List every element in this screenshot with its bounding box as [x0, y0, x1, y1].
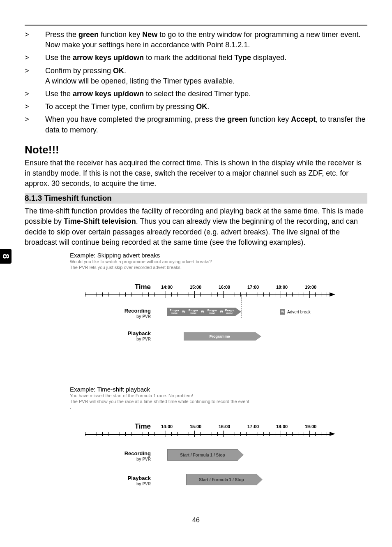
time-1800-b: 18:00 — [276, 424, 288, 429]
step-body: To accept the Timer type, confirm by pre… — [45, 102, 367, 112]
step-1: >Press the green function key New to go … — [25, 30, 367, 50]
note-heading: Note!!! — [25, 144, 367, 156]
instruction-steps: >Press the green function key New to go … — [25, 30, 367, 135]
step-mark: > — [25, 114, 45, 135]
example-1-title: Example: Skipping advert breaks — [70, 252, 367, 259]
time-1400-b: 14:00 — [161, 424, 173, 429]
note-paragraph: Ensure that the receiver has acquired th… — [25, 158, 367, 189]
page-number: 46 — [25, 517, 367, 524]
time-1900-b: 19:00 — [305, 424, 316, 429]
step-mark: > — [25, 102, 45, 112]
label-playback-2: Playback — [85, 475, 151, 481]
seg-playback-formula1: Start / Formula 1 / Stop — [186, 474, 257, 485]
step-2: >Use the arrow keys up/down to mark the … — [25, 53, 367, 63]
example-1-sub1: Would you like to watch a programme with… — [70, 259, 367, 264]
label-by-pvr-1: by PVR — [85, 314, 151, 319]
section-heading-8-1-3: 8.1.3 Timeshift function — [25, 193, 367, 204]
example-1-block: Example: Skipping advert breaks Would yo… — [70, 252, 367, 365]
seg-prog-3: Progra mme — [205, 308, 219, 316]
time-1600-b: 16:00 — [219, 424, 230, 429]
dash-1c — [262, 295, 262, 343]
step-3: >Confirm by pressing OK.A window will be… — [25, 66, 367, 86]
step-4: >Use the arrow keys up/down to select th… — [25, 89, 367, 99]
example-1-sub2: The PVR lets you just skip over recorded… — [70, 264, 367, 270]
page-46: 8 >Press the green function key New to g… — [0, 0, 392, 540]
step-body: When you have completed the programming,… — [45, 114, 367, 135]
step-mark: > — [25, 89, 45, 99]
example-2-dot: . — [70, 404, 367, 410]
label-by-pvr-2: by PVR — [85, 337, 151, 341]
time-1900-a: 19:00 — [305, 285, 316, 290]
bottom-rule — [25, 513, 367, 513]
step-body: Press the green function key New to go t… — [45, 30, 367, 50]
step-body: Confirm by pressing OK.A window will be … — [45, 66, 367, 86]
time-1500-b: 15:00 — [190, 424, 201, 429]
seg-prog-2: Progra mme — [186, 308, 200, 316]
seg-playback-programme: Programme — [184, 332, 256, 341]
step-6: >When you have completed the programming… — [25, 114, 367, 135]
dash-1b — [241, 295, 242, 318]
example-2-title: Example: Time-shift playback — [70, 386, 367, 393]
label-playback: Playback — [85, 330, 151, 336]
seg-prog-1: Progra mme — [167, 308, 181, 316]
label-by-pvr-4: by PVR — [85, 482, 151, 486]
label-time: Time — [85, 283, 151, 291]
time-1400-a: 14:00 — [161, 285, 173, 290]
dash-1a — [167, 295, 167, 343]
legend-box-w: W — [280, 309, 285, 315]
step-body: Use the arrow keys up/down to select the… — [45, 89, 367, 99]
time-1700-b: 17:00 — [247, 424, 259, 429]
seg-adv-1: W — [181, 308, 186, 316]
time-axis-1 — [85, 294, 330, 295]
legend-text: Advert break — [287, 310, 311, 314]
label-time-2: Time — [85, 422, 151, 431]
label-by-pvr-3: by PVR — [85, 457, 151, 461]
side-tab-label: 8 — [0, 254, 11, 259]
seg-adv-3: W — [219, 308, 224, 316]
step-mark: > — [25, 53, 45, 63]
time-1700-a: 17:00 — [247, 285, 259, 290]
label-recording: Recording — [85, 308, 151, 314]
seg-adv-2: W — [200, 308, 205, 316]
time-1600-a: 16:00 — [219, 285, 230, 290]
label-recording-2: Recording — [85, 450, 151, 457]
diagram-timeshift: Time Recording by PVR Playback by PVR 14… — [85, 422, 352, 501]
seg-record-formula1: Start / Formula 1 / Stop — [167, 449, 238, 461]
top-rule — [25, 25, 367, 25]
diagram-advert-skip: Time Recording by PVR Playback by PVR 14… — [85, 283, 352, 365]
example-2-sub2: The PVR will show you the race at a time… — [70, 399, 367, 404]
example-2-block: Example: Time-shift playback You have mi… — [70, 386, 367, 501]
time-1500-a: 15:00 — [190, 285, 201, 290]
time-axis-2 — [85, 434, 330, 435]
side-tab-8: 8 — [0, 249, 12, 264]
axis-arrow-1 — [330, 292, 335, 297]
section-paragraph: The time-shift function provides the fac… — [25, 206, 367, 248]
example-2-sub1: You have missed the start of the Formula… — [70, 393, 367, 399]
time-1800-a: 18:00 — [276, 285, 288, 290]
seg-prog-4: Progra mme — [224, 308, 235, 316]
axis-arrow-2 — [330, 432, 335, 436]
seg-prog-arrow — [235, 308, 241, 316]
step-mark: > — [25, 66, 45, 86]
step-mark: > — [25, 30, 45, 50]
step-body: Use the arrow keys up/down to mark the a… — [45, 53, 367, 63]
step-5: >To accept the Timer type, confirm by pr… — [25, 102, 367, 112]
